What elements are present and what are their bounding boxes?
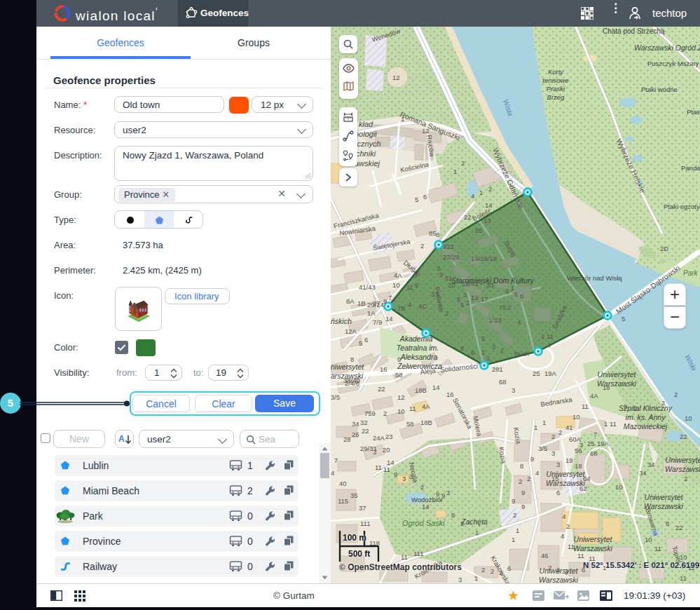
svg-text:75: 75 — [499, 304, 507, 311]
svg-text:Warszawski: Warszawski — [539, 576, 578, 583]
svg-text:23: 23 — [385, 433, 393, 440]
svg-text:27/29: 27/29 — [443, 253, 460, 261]
svg-text:38/40: 38/40 — [343, 377, 360, 384]
svg-text:1: 1 — [475, 529, 479, 536]
svg-text:1/13: 1/13 — [488, 316, 502, 324]
svg-text:1: 1 — [542, 419, 546, 426]
svg-text:2: 2 — [420, 242, 424, 250]
svg-text:35: 35 — [350, 492, 358, 499]
svg-text:Uniwersytet: Uniwersytet — [598, 370, 637, 379]
svg-text:25: 25 — [587, 440, 595, 447]
svg-text:11: 11 — [409, 405, 416, 412]
svg-text:22: 22 — [675, 524, 683, 531]
svg-text:1: 1 — [512, 536, 515, 543]
svg-text:9: 9 — [521, 503, 525, 510]
svg-text:8: 8 — [520, 292, 523, 300]
svg-text:ńskich: ńskich — [331, 317, 352, 325]
svg-text:1 11: 1 11 — [604, 420, 617, 428]
svg-text:9: 9 — [439, 271, 443, 278]
svg-text:Park: Park — [683, 269, 699, 277]
svg-text:3: 3 — [492, 343, 495, 351]
svg-text:Puszczyk Mszary: Puszczyk Mszary — [647, 60, 699, 67]
svg-text:1: 1 — [534, 423, 537, 431]
svg-text:41/43: 41/43 — [359, 283, 376, 291]
svg-text:2: 2 — [527, 475, 530, 482]
svg-text:58: 58 — [406, 420, 414, 428]
svg-text:8: 8 — [666, 520, 669, 527]
svg-text:7/9: 7/9 — [373, 318, 382, 326]
svg-text:58: 58 — [395, 371, 403, 379]
svg-text:2: 2 — [499, 569, 502, 576]
svg-text:2: 2 — [488, 185, 492, 193]
svg-text:Wieczór nad Wisłą: Wieczór nad Wisłą — [567, 274, 622, 282]
svg-text:2: 2 — [507, 304, 511, 311]
svg-text:2: 2 — [383, 409, 387, 417]
svg-text:Brzeg: Brzeg — [547, 93, 565, 101]
svg-text:10: 10 — [572, 413, 580, 421]
svg-text:10: 10 — [680, 553, 687, 561]
svg-text:1A: 1A — [367, 309, 376, 317]
svg-text:1 11: 1 11 — [541, 332, 554, 340]
svg-text:2: 2 — [466, 299, 469, 306]
svg-text:2: 2 — [420, 483, 424, 491]
svg-text:niwersytet: niwersytet — [331, 362, 364, 371]
svg-text:9: 9 — [512, 497, 515, 505]
svg-text:Praski: Praski — [547, 85, 565, 93]
svg-text:8: 8 — [460, 344, 464, 352]
svg-text:1B: 1B — [357, 299, 366, 307]
svg-text:14: 14 — [432, 384, 440, 391]
svg-text:11: 11 — [383, 466, 390, 473]
svg-text:1: 1 — [401, 115, 404, 123]
svg-text:Uniwersytet: Uniwersytet — [645, 493, 684, 501]
svg-text:3: 3 — [579, 441, 583, 449]
svg-text:nologii: nologii — [355, 130, 377, 138]
svg-text:759: 759 — [364, 409, 376, 417]
svg-text:9: 9 — [397, 355, 401, 363]
svg-text:2: 2 — [566, 522, 570, 530]
svg-text:Ogród Saski: Ogród Saski — [402, 519, 445, 527]
svg-text:16: 16 — [380, 365, 387, 373]
svg-text:2: 2 — [684, 475, 687, 482]
svg-text:7: 7 — [593, 431, 597, 438]
svg-text:Warszawski Ogród Zoologiczny: Warszawski Ogród Zoologiczny — [634, 43, 700, 52]
svg-text:6: 6 — [471, 348, 474, 356]
svg-text:29/31: 29/31 — [360, 445, 377, 452]
svg-text:Ptaki wodne: Ptaki wodne — [641, 86, 678, 93]
svg-text:28: 28 — [343, 435, 351, 443]
svg-text:68: 68 — [499, 378, 507, 386]
svg-text:32: 32 — [360, 419, 368, 426]
svg-text:25: 25 — [475, 226, 483, 234]
svg-text:8A: 8A — [346, 297, 355, 305]
svg-text:3: 3 — [402, 475, 406, 482]
svg-text:3: 3 — [409, 473, 413, 480]
svg-text:34: 34 — [639, 469, 647, 477]
svg-text:6: 6 — [423, 193, 427, 201]
svg-text:1: 1 — [474, 574, 478, 582]
svg-text:3: 3 — [556, 461, 560, 468]
svg-text:18B: 18B — [415, 386, 427, 394]
svg-text:2: 2 — [556, 566, 560, 574]
svg-text:11: 11 — [375, 463, 382, 471]
svg-text:5: 5 — [359, 339, 362, 347]
svg-text:6: 6 — [556, 489, 560, 496]
svg-text:4: 4 — [517, 318, 521, 326]
svg-text:12: 12 — [422, 127, 430, 135]
svg-text:111: 111 — [413, 550, 423, 557]
svg-text:16: 16 — [446, 391, 454, 398]
svg-text:9: 9 — [521, 489, 525, 496]
svg-text:18: 18 — [575, 462, 582, 470]
svg-text:15: 15 — [551, 475, 559, 482]
svg-text:26: 26 — [352, 431, 359, 438]
svg-text:4: 4 — [562, 513, 565, 520]
svg-text:14/16/18: 14/16/18 — [471, 255, 497, 262]
svg-text:40: 40 — [339, 480, 347, 487]
svg-text:17: 17 — [481, 295, 488, 303]
svg-text:2D: 2D — [660, 245, 668, 252]
svg-text:14: 14 — [422, 503, 430, 510]
svg-text:8: 8 — [520, 462, 523, 470]
svg-text:2: 2 — [548, 564, 551, 571]
svg-text:39/41: 39/41 — [462, 280, 479, 287]
svg-text:6: 6 — [507, 564, 511, 572]
svg-text:7: 7 — [548, 341, 551, 349]
svg-text:2: 2 — [481, 566, 485, 574]
